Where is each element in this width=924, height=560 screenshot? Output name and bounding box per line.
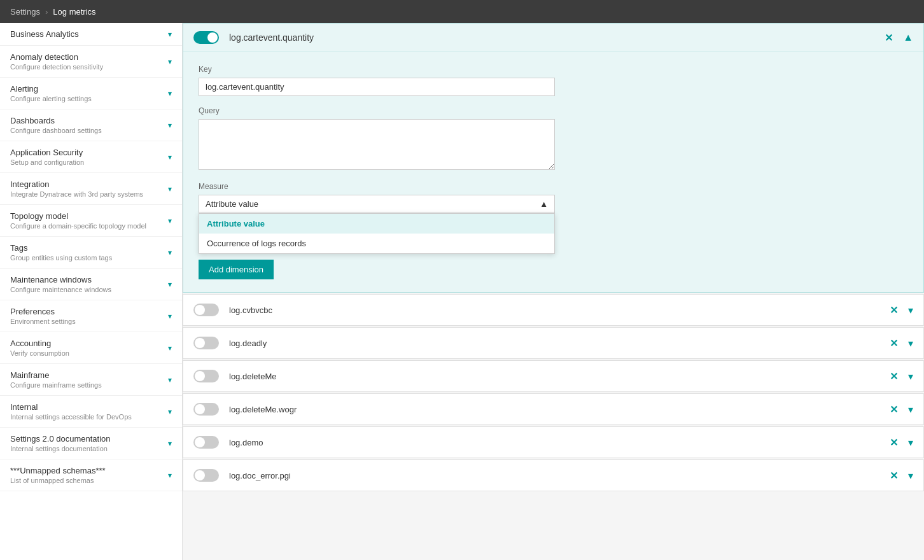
chevron-down-icon-tags: ▾ <box>168 248 172 257</box>
card-actions-deleteMe-wogr: ✕ ▾ <box>890 403 913 416</box>
sidebar-item-text-settings-docs: Settings 2.0 documentation Internal sett… <box>10 434 168 452</box>
sidebar-item-sub-application-security: Setup and configuration <box>10 158 168 166</box>
sidebar-item-text-topology-model: Topology model Configure a domain-specif… <box>10 211 168 230</box>
close-icon-deleteMe[interactable]: ✕ <box>890 370 898 382</box>
option-attribute-value[interactable]: Attribute value <box>199 214 554 234</box>
breadcrumb-separator: › <box>45 7 48 17</box>
sidebar-item-unmapped-schemas[interactable]: ***Unmapped schemas*** List of unmapped … <box>0 459 182 491</box>
card-list-title-deadly: log.deadly <box>229 339 890 348</box>
breadcrumb: Settings › Log metrics <box>0 0 924 23</box>
card-list-title-deleteMe-wogr: log.deleteMe.wogr <box>229 405 890 414</box>
close-icon-cvbvcbc[interactable]: ✕ <box>890 304 898 316</box>
card-actions-cvbvcbc: ✕ ▾ <box>890 304 913 316</box>
sidebar-item-preferences[interactable]: Preferences Environment settings ▾ <box>0 300 182 332</box>
toggle-off-demo[interactable] <box>193 436 219 449</box>
sidebar-item-topology-model[interactable]: Topology model Configure a domain-specif… <box>0 205 182 237</box>
sidebar-item-sub-mainframe: Configure mainframe settings <box>10 381 168 389</box>
sidebar-item-title-anomaly-detection: Anomaly detection <box>10 52 168 62</box>
sidebar-item-application-security[interactable]: Application Security Setup and configura… <box>0 141 182 173</box>
sidebar-item-internal[interactable]: Internal Internal settings accessible fo… <box>0 396 182 428</box>
chevron-down-icon-internal: ▾ <box>168 407 172 416</box>
sidebar-item-title-tags: Tags <box>10 243 168 253</box>
sidebar-item-title-internal: Internal <box>10 402 168 412</box>
chevron-down-icon-doc-error-pgi[interactable]: ▾ <box>908 470 913 482</box>
sidebar-item-text-preferences: Preferences Environment settings <box>10 307 168 325</box>
sidebar-item-accounting[interactable]: Accounting Verify consumption ▾ <box>0 332 182 364</box>
sidebar-item-mainframe[interactable]: Mainframe Configure mainframe settings ▾ <box>0 364 182 396</box>
sidebar-item-title-dashboards: Dashboards <box>10 116 168 125</box>
key-group: Key <box>199 65 908 96</box>
toggle-on[interactable] <box>193 31 219 44</box>
card-list-doc-error-pgi: log.doc_error.pgi ✕ ▾ <box>183 459 924 491</box>
close-icon-deadly[interactable]: ✕ <box>890 337 898 349</box>
sidebar-item-sub-integration: Integrate Dynatrace with 3rd party syste… <box>10 190 168 198</box>
sidebar-item-title-business-analytics: Business Analytics <box>10 29 168 39</box>
toggle-off-deleteMe[interactable] <box>193 370 219 382</box>
chevron-down-icon-demo[interactable]: ▾ <box>908 437 913 449</box>
sidebar-item-title-preferences: Preferences <box>10 307 168 316</box>
sidebar-item-text-accounting: Accounting Verify consumption <box>10 339 168 357</box>
chevron-down-icon-accounting: ▾ <box>168 344 172 353</box>
sidebar-item-text-internal: Internal Internal settings accessible fo… <box>10 402 168 421</box>
card-list-title-deleteMe: log.deleteMe <box>229 372 890 381</box>
sidebar-item-text-anomaly-detection: Anomaly detection Configure detection se… <box>10 52 168 71</box>
toggle-off-cvbvcbc[interactable] <box>193 304 219 316</box>
card-list-title-demo: log.demo <box>229 438 890 447</box>
key-label: Key <box>199 65 908 74</box>
sidebar-item-text-integration: Integration Integrate Dynatrace with 3rd… <box>10 179 168 198</box>
sidebar-item-anomaly-detection[interactable]: Anomaly detection Configure detection se… <box>0 46 182 78</box>
card-list-deleteMe: log.deleteMe ✕ ▾ <box>183 360 924 392</box>
sidebar-item-sub-tags: Group entities using custom tags <box>10 254 168 262</box>
chevron-down-icon-settings-docs: ▾ <box>168 439 172 448</box>
sidebar-item-business-analytics[interactable]: Business Analytics ▾ <box>0 23 182 46</box>
chevron-down-icon-deleteMe-wogr[interactable]: ▾ <box>908 403 913 416</box>
sidebar-item-title-accounting: Accounting <box>10 339 168 348</box>
key-input[interactable] <box>199 78 555 96</box>
sidebar-item-text-application-security: Application Security Setup and configura… <box>10 148 168 166</box>
close-icon-demo[interactable]: ✕ <box>890 437 898 449</box>
sidebar-item-title-alerting: Alerting <box>10 84 168 94</box>
list-cards: log.cvbvcbc ✕ ▾ log.deadly ✕ ▾ log.delet… <box>183 294 924 491</box>
card-list-header-deadly: log.deadly ✕ ▾ <box>183 328 923 358</box>
sidebar-item-text-maintenance-windows: Maintenance windows Configure maintenanc… <box>10 275 168 293</box>
chevron-down-icon-cvbvcbc[interactable]: ▾ <box>908 304 913 316</box>
sidebar-item-sub-alerting: Configure alerting settings <box>10 95 168 102</box>
sidebar-item-maintenance-windows[interactable]: Maintenance windows Configure maintenanc… <box>0 269 182 300</box>
sidebar-item-integration[interactable]: Integration Integrate Dynatrace with 3rd… <box>0 173 182 205</box>
sidebar-item-title-mainframe: Mainframe <box>10 370 168 380</box>
sidebar-item-settings-docs[interactable]: Settings 2.0 documentation Internal sett… <box>0 428 182 459</box>
chevron-down-icon-maintenance-windows: ▾ <box>168 280 172 289</box>
close-icon-doc-error-pgi[interactable]: ✕ <box>890 470 898 482</box>
sidebar-item-sub-dashboards: Configure dashboard settings <box>10 127 168 134</box>
measure-dropdown: Attribute value ▲ Attribute value Occurr… <box>199 195 555 213</box>
chevron-down-icon-alerting: ▾ <box>168 89 172 98</box>
sidebar-item-title-settings-docs: Settings 2.0 documentation <box>10 434 168 444</box>
chevron-down-icon-deleteMe[interactable]: ▾ <box>908 370 913 382</box>
chevron-up-icon[interactable]: ▲ <box>903 32 913 43</box>
card-list-header-deleteMe-wogr: log.deleteMe.wogr ✕ ▾ <box>183 394 923 424</box>
toggle-off-deadly[interactable] <box>193 337 219 349</box>
breadcrumb-settings[interactable]: Settings <box>10 7 40 17</box>
expanded-card-title: log.cartevent.quantity <box>229 32 885 43</box>
card-list-title-doc-error-pgi: log.doc_error.pgi <box>229 471 890 480</box>
chevron-up-icon-small: ▲ <box>540 199 548 209</box>
toggle-off-deleteMe-wogr[interactable] <box>193 403 219 416</box>
sidebar-item-alerting[interactable]: Alerting Configure alerting settings ▾ <box>0 78 182 109</box>
card-list-header-deleteMe: log.deleteMe ✕ ▾ <box>183 361 923 391</box>
query-input[interactable] <box>199 119 555 170</box>
sidebar-item-sub-maintenance-windows: Configure maintenance windows <box>10 286 168 293</box>
measure-dropdown-trigger[interactable]: Attribute value ▲ <box>199 195 555 213</box>
chevron-down-icon-dashboards: ▾ <box>168 121 172 130</box>
add-dimension-button[interactable]: Add dimension <box>199 260 274 279</box>
card-list-title-cvbvcbc: log.cvbvcbc <box>229 305 890 315</box>
main-content: log.cartevent.quantity ✕ ▲ Key Query Mea… <box>183 23 924 560</box>
sidebar-item-text-tags: Tags Group entities using custom tags <box>10 243 168 262</box>
toggle-off-doc-error-pgi[interactable] <box>193 469 219 482</box>
sidebar-item-dashboards[interactable]: Dashboards Configure dashboard settings … <box>0 109 182 141</box>
close-icon-deleteMe-wogr[interactable]: ✕ <box>890 403 898 416</box>
chevron-down-icon-deadly[interactable]: ▾ <box>908 337 913 349</box>
sidebar-item-tags[interactable]: Tags Group entities using custom tags ▾ <box>0 237 182 269</box>
option-occurrence[interactable]: Occurrence of logs records <box>199 234 554 253</box>
sidebar-item-title-integration: Integration <box>10 179 168 189</box>
close-icon[interactable]: ✕ <box>885 32 893 44</box>
